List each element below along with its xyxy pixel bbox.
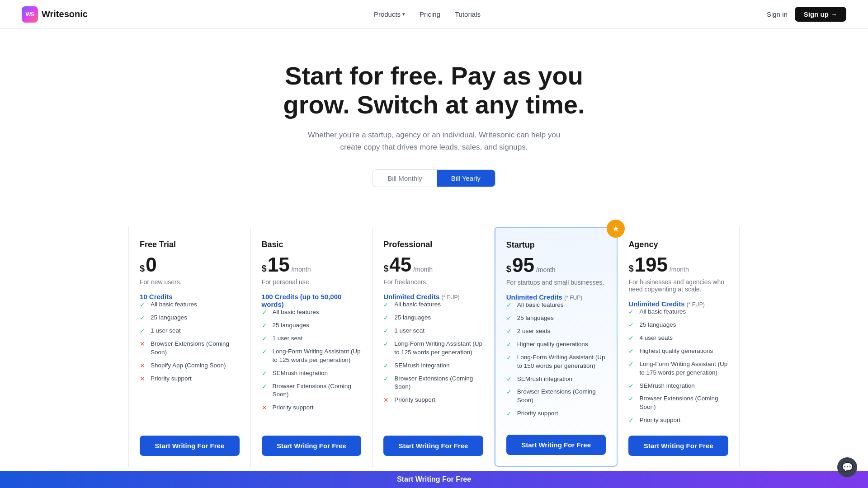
cta-button[interactable]: Start Writing For Free [383, 436, 483, 456]
cta-button[interactable]: Start Writing For Free [262, 436, 362, 456]
feature-text: All basic features [151, 300, 197, 309]
bill-yearly-button[interactable]: Bill Yearly [437, 170, 495, 187]
feature-text: All basic features [639, 308, 686, 316]
feature-item: ✓ Long-Form Writing Assistant (Up to 150… [506, 353, 606, 371]
plan-price: $ 0 [140, 255, 240, 275]
logo-icon: WS [22, 6, 38, 23]
check-icon: ✓ [628, 308, 636, 315]
nav-pricing[interactable]: Pricing [420, 10, 440, 18]
fup-note: (* FUP) [564, 295, 582, 301]
logo[interactable]: WS Writesonic [22, 6, 88, 23]
check-icon: ✓ [506, 388, 514, 395]
check-icon: ✓ [628, 321, 636, 328]
signup-button[interactable]: Sign up → [795, 7, 846, 22]
feature-item: ✓ Highest quality generations [628, 347, 728, 356]
feature-list: ✓ All basic features ✓ 25 languages ✓ 1 … [262, 308, 362, 425]
check-icon: ✓ [506, 301, 514, 309]
feature-item: ✓ SEMrush integration [383, 361, 483, 370]
feature-text: Priority support [151, 375, 192, 383]
check-icon: ✓ [506, 375, 514, 383]
feature-text: Browser Extensions (Coming Soon) [273, 382, 362, 399]
nav-tutorials[interactable]: Tutorials [455, 10, 481, 18]
hero-section: Start for free. Pay as you grow. Switch … [0, 29, 868, 227]
price-dollar: $ [383, 263, 388, 274]
check-icon: ✓ [383, 375, 391, 382]
check-icon: ✓ [628, 334, 636, 342]
feature-item: ✓ 25 languages [262, 321, 362, 330]
cta-button[interactable]: Start Writing For Free [628, 436, 728, 456]
nav-products[interactable]: Products ▾ [374, 10, 405, 18]
feature-item: ✓ Long-Form Writing Assistant (Up to 125… [262, 347, 362, 365]
check-icon: ✓ [140, 314, 147, 321]
plan-desc: For new users. [140, 278, 240, 286]
check-icon: ✓ [262, 383, 269, 390]
plan-credits: 10 Credits [140, 293, 240, 300]
feature-list: ✓ All basic features ✓ 25 languages ✓ 2 … [506, 301, 606, 424]
feature-list: ✓ All basic features ✓ 25 languages ✓ 1 … [140, 300, 240, 425]
feature-text: 1 user seat [394, 327, 425, 335]
fup-note: (* FUP) [442, 294, 460, 300]
check-icon: ✓ [506, 328, 514, 335]
cta-button[interactable]: Start Writing For Free [140, 436, 240, 456]
price-amount: 45 [389, 255, 411, 275]
pricing-grid: Free Trial $ 0 For new users. 10 Credits… [118, 227, 750, 488]
feature-text: 25 languages [517, 314, 554, 323]
price-dollar: $ [506, 264, 511, 274]
check-icon: ✓ [628, 395, 636, 402]
feature-item: ✓ 25 languages [628, 321, 728, 329]
check-icon: ✓ [628, 382, 636, 389]
feature-item: ✓ SEMrush integration [628, 382, 728, 390]
price-dollar: $ [262, 263, 267, 274]
check-icon: ✓ [383, 314, 391, 321]
check-icon: ✓ [383, 340, 391, 347]
feature-item: ✓ All basic features [506, 301, 606, 310]
chat-icon: 💬 [842, 462, 853, 473]
feature-text: Priority support [394, 396, 435, 404]
check-icon: ✓ [383, 327, 391, 334]
feature-text: SEMrush integration [639, 382, 694, 390]
check-icon: ✓ [628, 417, 636, 424]
price-period: /month [413, 266, 433, 273]
signin-button[interactable]: Sign in [767, 10, 788, 18]
feature-item: ✕ Priority support [140, 375, 240, 383]
feature-text: SEMrush integration [394, 361, 449, 370]
price-amount: 0 [146, 255, 156, 275]
check-icon: ✓ [262, 370, 269, 377]
feature-item: ✕ Shopify App (Coming Soon) [140, 361, 240, 370]
navbar: WS Writesonic Products ▾ Pricing Tutoria… [0, 0, 868, 29]
cta-button[interactable]: Start Writing For Free [506, 435, 606, 455]
feature-list: ✓ All basic features ✓ 25 languages ✓ 1 … [383, 300, 483, 425]
bill-monthly-button[interactable]: Bill Monthly [373, 170, 437, 187]
plan-card-free-trial: Free Trial $ 0 For new users. 10 Credits… [128, 227, 251, 467]
plan-card-startup: ★ Startup $ 95 /month For startups and s… [495, 227, 618, 467]
hero-title: Start for free. Pay as you grow. Switch … [276, 61, 592, 120]
cross-icon: ✕ [140, 375, 147, 382]
plan-name: Startup [506, 240, 606, 250]
plan-card-agency: Agency $ 195 /month For businesses and a… [618, 227, 740, 467]
plan-price: $ 195 /month [628, 255, 728, 275]
feature-item: ✓ Browser Extensions (Coming Soon) [383, 375, 483, 392]
feature-item: ✓ Long-Form Writing Assistant (Up to 175… [628, 360, 728, 377]
hero-subtitle: Whether you're a startup, agency or an i… [307, 129, 561, 153]
feature-text: Browser Extensions (Coming Soon) [517, 388, 606, 405]
feature-text: Long-Form Writing Assistant (Up to 125 w… [394, 340, 483, 357]
feature-item: ✓ Browser Extensions (Coming Soon) [628, 394, 728, 412]
feature-item: ✕ Priority support [262, 404, 362, 412]
feature-item: ✕ Priority support [383, 396, 483, 404]
bottom-cta-label: Start Writing For Free [397, 475, 471, 483]
chat-button[interactable]: 💬 [837, 457, 857, 477]
check-icon: ✓ [383, 301, 391, 308]
check-icon: ✓ [262, 322, 269, 329]
check-icon: ✓ [506, 354, 514, 361]
feature-text: Long-Form Writing Assistant (Up to 175 w… [639, 360, 728, 377]
check-icon: ✓ [262, 335, 269, 342]
price-period: /month [670, 266, 689, 273]
feature-item: ✕ Browser Extensions (Coming Soon) [140, 340, 240, 357]
feature-text: Priority support [517, 409, 558, 418]
feature-item: ✓ Priority support [506, 409, 606, 418]
feature-item: ✓ All basic features [262, 308, 362, 317]
plan-desc: For personal use. [262, 278, 362, 286]
feature-item: ✓ Higher quality generations [506, 340, 606, 349]
check-icon: ✓ [383, 362, 391, 369]
chevron-down-icon: ▾ [402, 11, 405, 17]
